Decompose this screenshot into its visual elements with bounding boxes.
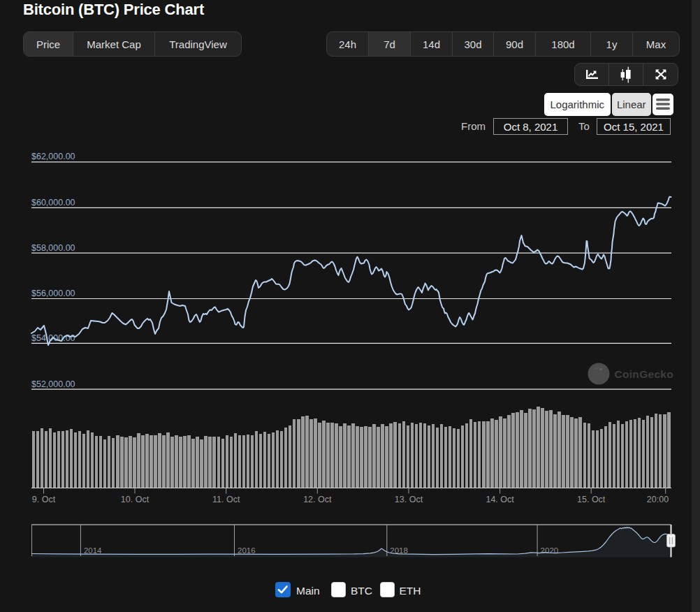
svg-text:$58,000.00: $58,000.00 [31,243,75,253]
svg-text:2014: 2014 [84,546,102,555]
svg-text:11. Oct: 11. Oct [212,495,240,504]
svg-text:9. Oct: 9. Oct [32,495,56,504]
svg-text:$62,000.00: $62,000.00 [31,152,75,161]
svg-text:20:00: 20:00 [647,495,669,504]
svg-text:15. Oct: 15. Oct [577,495,606,504]
svg-text:$56,000.00: $56,000.00 [31,289,75,298]
svg-text:12. Oct: 12. Oct [303,495,332,504]
svg-text:$60,000.00: $60,000.00 [31,198,75,207]
svg-text:CoinGecko: CoinGecko [615,368,674,380]
svg-text:2016: 2016 [238,546,256,555]
svg-text:$52,000.00: $52,000.00 [31,379,75,389]
svg-text:13. Oct: 13. Oct [395,495,423,504]
svg-text:14. Oct: 14. Oct [486,495,514,504]
svg-text:10. Oct: 10. Oct [121,495,150,504]
